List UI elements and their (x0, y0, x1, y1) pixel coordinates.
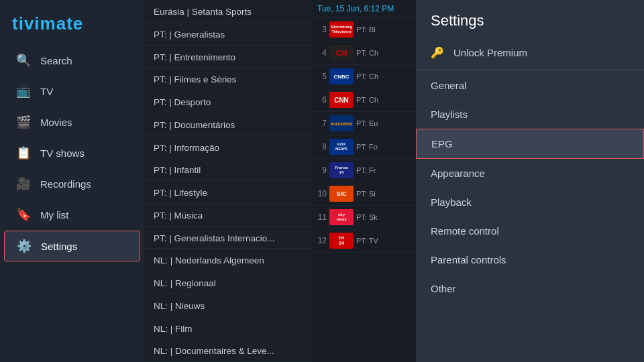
list-item[interactable]: NL: | Regionaal (144, 272, 312, 294)
logo-text: tivimate (12, 13, 83, 34)
epg-row[interactable]: 7 euronews PT: Eu (312, 112, 416, 135)
epg-channel-logo: CNBC (329, 68, 354, 84)
settings-item-unlock-premium[interactable]: 🔑 Unlock Premium (416, 38, 644, 68)
list-item[interactable]: PT: | Desporto (144, 90, 312, 113)
sidebar-item-recordings[interactable]: 🎥 Recordings (4, 169, 140, 198)
list-item[interactable]: PT: | Música (144, 204, 312, 227)
settings-item-remote-control[interactable]: Remote control (416, 217, 644, 245)
settings-icon: ⚙️ (17, 239, 32, 253)
epg-row[interactable]: 12 tvi24 PT: TV (312, 229, 416, 253)
search-icon: 🔍 (16, 53, 31, 68)
sidebar-item-settings[interactable]: ⚙️ Settings (4, 231, 140, 261)
epg-channel-logo: skynews (329, 209, 354, 225)
epg-channel-logo: CNN (329, 92, 354, 108)
epg-channel-number: 9 (316, 166, 327, 175)
epg-row[interactable]: 5 CNBC PT: Ch (312, 65, 416, 88)
epg-program: PT: Ch (356, 72, 378, 80)
epg-channel-number: 10 (316, 189, 327, 198)
tv-icon: 📺 (16, 84, 31, 99)
epg-area: Tue, 15 Jun, 6:12 PM 3 BloombergTelevisi… (312, 0, 416, 362)
settings-item-label: Remote control (431, 225, 499, 237)
settings-item-general[interactable]: General (416, 71, 644, 100)
epg-row[interactable]: 4 CM PT: Ch (312, 42, 416, 65)
list-item[interactable]: PT: | Generalistas Internacio... (144, 227, 312, 249)
epg-header: Tue, 15 Jun, 6:12 PM (312, 0, 416, 18)
epg-program: PT: Sk (356, 213, 378, 221)
list-item[interactable]: PT: | Lifestyle (144, 181, 312, 204)
sidebar-item-tv[interactable]: 📺 TV (4, 76, 140, 106)
epg-channel-logo: SIC (329, 186, 354, 202)
epg-program: PT: Ch (356, 96, 378, 104)
mylist-icon: 🔖 (16, 207, 31, 222)
list-item[interactable]: Eurásia | Setanta Sports (144, 0, 312, 23)
epg-channel-number: 11 (316, 213, 327, 222)
epg-channel-logo: CM (329, 45, 354, 61)
settings-item-label: Appearance (431, 168, 485, 179)
epg-channel-number: 6 (316, 95, 327, 105)
list-item[interactable]: PT: | Entretenimento (144, 46, 312, 68)
sidebar-item-label: Search (40, 55, 72, 66)
settings-item-label: General (431, 80, 466, 91)
divider (416, 69, 644, 70)
sidebar: tivimate 🔍 Search 📺 TV 🎬 Movies 📋 TV sho… (0, 0, 144, 362)
list-item[interactable]: NL: | Nieuws (144, 294, 312, 317)
epg-channel-number: 7 (316, 119, 327, 128)
epg-channel-number: 5 (316, 72, 327, 81)
settings-item-label: Parental controls (431, 254, 506, 265)
settings-item-label: Unlock Premium (453, 47, 527, 58)
list-item[interactable]: PT: | Generalistas (144, 23, 312, 46)
recordings-icon: 🎥 (16, 176, 31, 191)
epg-channel-logo: BloombergTelevision (329, 21, 354, 38)
epg-channel-number: 3 (316, 25, 327, 34)
list-item[interactable]: NL: | Nederlands Algemeen (144, 249, 312, 272)
movies-icon: 🎬 (16, 115, 31, 129)
logo-prefix: tivi (12, 13, 40, 34)
settings-item-playback[interactable]: Playback (416, 188, 644, 217)
settings-panel: Settings 🔑 Unlock Premium General Playli… (416, 0, 644, 362)
settings-item-label: Playback (431, 196, 472, 208)
settings-item-playlists[interactable]: Playlists (416, 100, 644, 129)
epg-program: PT: Fr (356, 166, 376, 174)
epg-channel-logo: FOXNEWS (329, 139, 354, 155)
list-item[interactable]: PT: | Documentários (144, 113, 312, 136)
epg-channel-logo: euronews (329, 115, 354, 131)
sidebar-item-label: My list (40, 209, 69, 221)
settings-item-parental-controls[interactable]: Parental controls (416, 245, 644, 274)
channel-list: Eurásia | Setanta Sports PT: | Generalis… (144, 0, 312, 362)
sidebar-item-label: Settings (41, 241, 77, 252)
epg-program: PT: TV (356, 237, 378, 245)
sidebar-item-search[interactable]: 🔍 Search (4, 46, 140, 75)
settings-title: Settings (416, 0, 644, 38)
epg-row[interactable]: 9 France24 PT: Fr (312, 159, 416, 182)
epg-channel-logo: tvi24 (329, 233, 354, 249)
settings-item-epg[interactable]: EPG (416, 129, 644, 159)
epg-row[interactable]: 10 SIC PT: Si (312, 182, 416, 206)
sidebar-item-mylist[interactable]: 🔖 My list (4, 200, 140, 229)
settings-item-label: Other (431, 283, 456, 294)
settings-item-label: EPG (431, 138, 453, 149)
list-item[interactable]: NL: | Film (144, 317, 312, 340)
epg-channel-number: 8 (316, 142, 327, 152)
epg-program: PT: Si (356, 190, 376, 198)
sidebar-item-label: Movies (40, 117, 72, 128)
epg-row[interactable]: 8 FOXNEWS PT: Fo (312, 135, 416, 159)
list-item[interactable]: PT: | Infantil (144, 158, 312, 181)
sidebar-item-label: TV (40, 86, 53, 97)
list-item[interactable]: NL: | Documentaires & Leve... (144, 339, 312, 362)
sidebar-item-movies[interactable]: 🎬 Movies (4, 107, 140, 137)
key-icon: 🔑 (431, 46, 444, 59)
epg-program: PT: Ch (356, 49, 378, 57)
epg-row[interactable]: 6 CNN PT: Ch (312, 88, 416, 112)
tvshows-icon: 📋 (16, 145, 31, 160)
settings-item-appearance[interactable]: Appearance (416, 159, 644, 188)
epg-channel-number: 12 (316, 236, 327, 245)
settings-item-other[interactable]: Other (416, 274, 644, 303)
epg-channel-logo: France24 (329, 162, 354, 178)
sidebar-item-tvshows[interactable]: 📋 TV shows (4, 138, 140, 168)
epg-row[interactable]: 11 skynews PT: Sk (312, 206, 416, 229)
epg-program: PT: Bl (356, 25, 376, 34)
epg-row[interactable]: 3 BloombergTelevision PT: Bl (312, 18, 416, 42)
sidebar-item-label: Recordings (40, 178, 91, 190)
list-item[interactable]: PT: | Informação (144, 136, 312, 159)
list-item[interactable]: PT: | Filmes e Séries (144, 68, 312, 90)
